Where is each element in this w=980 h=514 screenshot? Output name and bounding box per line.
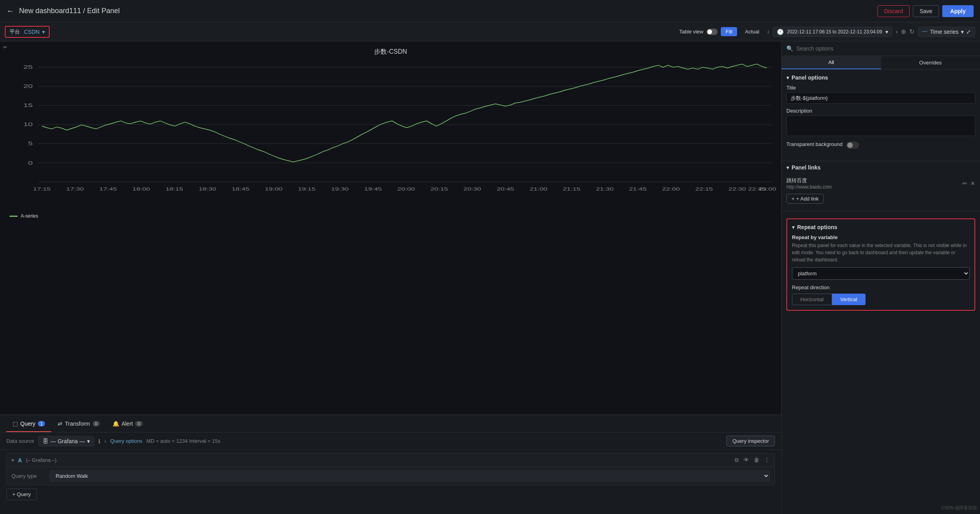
expand-query-icon[interactable]: ›: [104, 438, 106, 444]
page-title: New dashboard111 / Edit Panel: [19, 7, 877, 15]
svg-text:19:00: 19:00: [265, 187, 282, 191]
svg-text:19:45: 19:45: [364, 187, 382, 191]
prev-time-button[interactable]: ‹: [767, 28, 769, 35]
apply-button[interactable]: Apply: [942, 5, 974, 17]
transparent-label: Transparent background: [786, 141, 842, 147]
panel-options-title: Panel options: [792, 74, 828, 81]
panel-links-header[interactable]: ▾ Panel links: [786, 164, 975, 171]
variable-button[interactable]: 平台 CSDN ▾: [5, 26, 50, 38]
clock-icon: 🕐: [777, 29, 784, 35]
refresh-button[interactable]: ↻: [909, 28, 914, 35]
time-range-picker[interactable]: 🕐 2022-12-11 17:06:15 to 2022-12-11 23:0…: [772, 27, 893, 37]
svg-text:20:15: 20:15: [431, 187, 448, 191]
table-view-label: Table view: [679, 29, 704, 35]
chart-title: 步数-CSDN: [3, 48, 778, 56]
svg-text:22:00: 22:00: [662, 187, 680, 191]
next-time-button[interactable]: ›: [896, 28, 898, 35]
direction-vertical-button[interactable]: Vertical: [832, 294, 866, 305]
query-tabs: ⬚ Query 1 ⇄ Transform 0 🔔 Alert 0: [0, 415, 781, 432]
data-source-selector[interactable]: 🗄 — Grafana — ▾: [38, 436, 94, 446]
query-row-header: ▾ A (– Grafana –) ⧉ 👁 🗑 ⋮: [7, 454, 774, 467]
tab-transform[interactable]: ⇄ Transform 0: [51, 415, 106, 432]
back-button[interactable]: ←: [6, 6, 14, 16]
title-label: Title: [786, 85, 975, 91]
save-button[interactable]: Save: [913, 5, 939, 17]
chart-panel: ✏ 步数-CSDN 25 20 15 10 5: [0, 41, 781, 514]
header-actions: Discard Save Apply: [877, 5, 974, 17]
panel-description-input[interactable]: [786, 115, 975, 136]
svg-text:20: 20: [23, 84, 33, 89]
search-input[interactable]: [796, 45, 975, 52]
delete-icon[interactable]: 🗑: [754, 457, 759, 463]
panel-title-input[interactable]: [786, 92, 975, 104]
query-badge: 1: [38, 421, 45, 426]
plus-icon: +: [792, 196, 795, 202]
tab-all[interactable]: All: [782, 56, 881, 69]
edit-link-icon[interactable]: ✏: [963, 180, 967, 187]
query-toolbar: Data source 🗄 — Grafana — ▾ ℹ › Query op…: [0, 432, 781, 450]
query-type-row: Query type Random Walk: [7, 467, 774, 485]
svg-text:17:15: 17:15: [33, 187, 50, 191]
svg-text:0: 0: [28, 160, 33, 166]
repeat-options-header[interactable]: ▾ Repeat options: [792, 224, 970, 230]
link-actions: ✏ ✕: [963, 180, 975, 187]
collapse-button[interactable]: ▾: [12, 458, 14, 463]
legend-label: A-series: [21, 213, 38, 219]
variable-prefix-label: 平台: [10, 28, 20, 35]
svg-text:18:30: 18:30: [199, 187, 216, 191]
expand-icon: ⤢: [966, 29, 971, 35]
content-area: ✏ 步数-CSDN 25 20 15 10 5: [0, 41, 980, 514]
db-icon: 🗄: [43, 438, 48, 444]
query-type-label: Query type: [12, 473, 43, 479]
legend-color: [10, 216, 17, 217]
chevron-down-icon: ▾: [961, 29, 964, 35]
svg-text:20:30: 20:30: [464, 187, 481, 191]
tab-overrides[interactable]: Overrides: [881, 56, 980, 69]
table-view-toggle[interactable]: [706, 29, 718, 35]
svg-text:21:00: 21:00: [530, 187, 547, 191]
delete-link-icon[interactable]: ✕: [970, 180, 975, 187]
svg-text:19:30: 19:30: [331, 187, 349, 191]
transform-badge: 0: [93, 421, 100, 426]
all-overrides-tabs: All Overrides: [782, 56, 980, 70]
add-link-button[interactable]: + + Add link: [786, 194, 824, 204]
svg-text:22:15: 22:15: [695, 187, 713, 191]
transparent-toggle[interactable]: [846, 142, 859, 149]
right-panel: 🔍 All Overrides ▾ Panel options Title De…: [781, 41, 980, 514]
top-header: ← New dashboard111 / Edit Panel Discard …: [0, 0, 980, 22]
tab-alert[interactable]: 🔔 Alert 0: [106, 415, 149, 432]
query-ds-label: (– Grafana –): [26, 457, 56, 463]
visualization-selector[interactable]: 〰 Time series ▾ ⤢: [918, 27, 975, 37]
panel-toolbar: 平台 CSDN ▾ Table view Fill Actual ‹ 🕐 202…: [0, 22, 980, 41]
direction-horizontal-button[interactable]: Horizontal: [792, 294, 832, 305]
panel-options-header[interactable]: ▾ Panel options: [786, 74, 975, 81]
query-tab-label: Query: [20, 421, 35, 427]
add-query-button[interactable]: + Query: [6, 489, 37, 500]
transparent-toggle-row: Transparent background: [786, 141, 975, 149]
query-meta: MD = auto = 1234 Interval = 15s: [146, 438, 722, 444]
query-options-button[interactable]: Query options: [110, 438, 142, 444]
svg-text:18:45: 18:45: [232, 187, 249, 191]
fill-button[interactable]: Fill: [721, 27, 737, 36]
svg-text:21:15: 21:15: [563, 187, 580, 191]
discard-button[interactable]: Discard: [877, 5, 910, 17]
query-icon: ⬚: [13, 421, 18, 427]
zoom-out-button[interactable]: ⊕: [901, 28, 906, 35]
info-icon[interactable]: ℹ: [98, 438, 100, 444]
query-inspector-button[interactable]: Query inspector: [726, 436, 775, 446]
alert-badge: 0: [135, 421, 142, 426]
copy-icon[interactable]: ⧉: [735, 457, 739, 463]
repeat-variable-select[interactable]: platform: [792, 267, 970, 280]
alert-icon: 🔔: [113, 421, 119, 427]
edit-icon[interactable]: ✏: [3, 45, 7, 50]
repeat-options-title: Repeat options: [797, 224, 837, 230]
add-link-label: + Add link: [796, 196, 819, 202]
svg-text:17:30: 17:30: [66, 187, 84, 191]
actual-button[interactable]: Actual: [740, 27, 764, 36]
repeat-options-section: ▾ Repeat options Repeat by variable Repe…: [786, 218, 975, 311]
eye-icon[interactable]: 👁: [743, 457, 749, 463]
tab-query[interactable]: ⬚ Query 1: [6, 415, 51, 432]
time-range-text: 2022-12-11 17:06:15 to 2022-12-11 23:04:…: [787, 29, 882, 35]
more-icon[interactable]: ⋮: [764, 457, 770, 463]
query-type-select[interactable]: Random Walk: [50, 470, 770, 482]
